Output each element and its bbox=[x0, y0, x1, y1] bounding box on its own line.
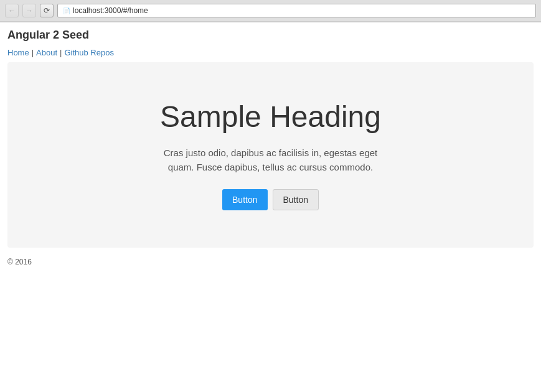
jumbotron: Sample Heading Cras justo odio, dapibus … bbox=[7, 62, 534, 248]
hero-buttons: Button Button bbox=[20, 189, 521, 210]
hero-body: Cras justo odio, dapibus ac facilisis in… bbox=[153, 146, 389, 174]
footer: © 2016 bbox=[0, 248, 541, 276]
nav-separator-1: | bbox=[32, 48, 34, 57]
hero-default-button[interactable]: Button bbox=[273, 189, 319, 210]
url-text: localhost:3000/#/home bbox=[73, 6, 148, 15]
forward-button[interactable]: → bbox=[22, 4, 36, 17]
app-title: Angular 2 Seed bbox=[0, 22, 541, 45]
footer-copyright: © 2016 bbox=[7, 258, 32, 266]
nav-link-about[interactable]: About bbox=[36, 48, 57, 57]
nav-link-home[interactable]: Home bbox=[7, 48, 29, 57]
url-icon: 📄 bbox=[63, 7, 70, 14]
refresh-button[interactable]: ⟳ bbox=[40, 4, 54, 17]
app-container: Angular 2 Seed Home | About | Github Rep… bbox=[0, 22, 541, 276]
nav-bar: Home | About | Github Repos bbox=[0, 45, 541, 62]
browser-toolbar: ← → ⟳ 📄 localhost:3000/#/home bbox=[0, 0, 541, 22]
hero-primary-button[interactable]: Button bbox=[222, 189, 267, 210]
nav-link-github[interactable]: Github Repos bbox=[64, 48, 114, 57]
hero-heading: Sample Heading bbox=[20, 100, 521, 134]
browser-chrome: ← → ⟳ 📄 localhost:3000/#/home bbox=[0, 0, 541, 22]
back-button[interactable]: ← bbox=[5, 4, 19, 17]
address-bar[interactable]: 📄 localhost:3000/#/home bbox=[57, 4, 536, 17]
nav-separator-2: | bbox=[60, 48, 62, 57]
